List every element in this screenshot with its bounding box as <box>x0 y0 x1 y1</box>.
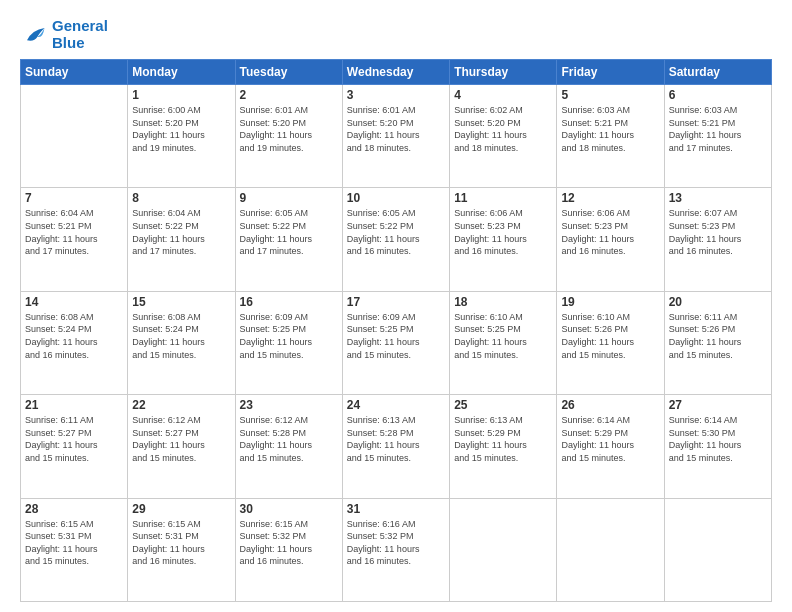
calendar-cell: 25Sunrise: 6:13 AM Sunset: 5:29 PM Dayli… <box>450 395 557 498</box>
calendar-cell: 21Sunrise: 6:11 AM Sunset: 5:27 PM Dayli… <box>21 395 128 498</box>
day-header-wednesday: Wednesday <box>342 60 449 85</box>
calendar-cell: 14Sunrise: 6:08 AM Sunset: 5:24 PM Dayli… <box>21 291 128 394</box>
day-number: 4 <box>454 88 552 102</box>
day-number: 5 <box>561 88 659 102</box>
day-header-monday: Monday <box>128 60 235 85</box>
day-number: 7 <box>25 191 123 205</box>
day-number: 17 <box>347 295 445 309</box>
day-info: Sunrise: 6:11 AM Sunset: 5:26 PM Dayligh… <box>669 311 767 361</box>
day-number: 8 <box>132 191 230 205</box>
day-number: 28 <box>25 502 123 516</box>
day-number: 9 <box>240 191 338 205</box>
day-number: 20 <box>669 295 767 309</box>
day-number: 12 <box>561 191 659 205</box>
calendar-cell: 24Sunrise: 6:13 AM Sunset: 5:28 PM Dayli… <box>342 395 449 498</box>
calendar-cell: 8Sunrise: 6:04 AM Sunset: 5:22 PM Daylig… <box>128 188 235 291</box>
day-info: Sunrise: 6:01 AM Sunset: 5:20 PM Dayligh… <box>240 104 338 154</box>
calendar-cell: 17Sunrise: 6:09 AM Sunset: 5:25 PM Dayli… <box>342 291 449 394</box>
day-number: 29 <box>132 502 230 516</box>
week-row-3: 14Sunrise: 6:08 AM Sunset: 5:24 PM Dayli… <box>21 291 772 394</box>
calendar-cell: 30Sunrise: 6:15 AM Sunset: 5:32 PM Dayli… <box>235 498 342 601</box>
logo-text-line2: Blue <box>52 35 108 52</box>
day-number: 2 <box>240 88 338 102</box>
day-number: 24 <box>347 398 445 412</box>
day-header-thursday: Thursday <box>450 60 557 85</box>
calendar-cell <box>664 498 771 601</box>
calendar-cell: 29Sunrise: 6:15 AM Sunset: 5:31 PM Dayli… <box>128 498 235 601</box>
week-row-1: 1Sunrise: 6:00 AM Sunset: 5:20 PM Daylig… <box>21 85 772 188</box>
day-number: 19 <box>561 295 659 309</box>
calendar-cell: 31Sunrise: 6:16 AM Sunset: 5:32 PM Dayli… <box>342 498 449 601</box>
day-info: Sunrise: 6:14 AM Sunset: 5:29 PM Dayligh… <box>561 414 659 464</box>
day-info: Sunrise: 6:04 AM Sunset: 5:22 PM Dayligh… <box>132 207 230 257</box>
calendar-cell: 9Sunrise: 6:05 AM Sunset: 5:22 PM Daylig… <box>235 188 342 291</box>
day-info: Sunrise: 6:15 AM Sunset: 5:31 PM Dayligh… <box>25 518 123 568</box>
week-row-5: 28Sunrise: 6:15 AM Sunset: 5:31 PM Dayli… <box>21 498 772 601</box>
day-number: 22 <box>132 398 230 412</box>
calendar-cell <box>450 498 557 601</box>
calendar-cell: 2Sunrise: 6:01 AM Sunset: 5:20 PM Daylig… <box>235 85 342 188</box>
day-info: Sunrise: 6:08 AM Sunset: 5:24 PM Dayligh… <box>132 311 230 361</box>
day-info: Sunrise: 6:12 AM Sunset: 5:27 PM Dayligh… <box>132 414 230 464</box>
day-header-sunday: Sunday <box>21 60 128 85</box>
day-number: 6 <box>669 88 767 102</box>
header-row: SundayMondayTuesdayWednesdayThursdayFrid… <box>21 60 772 85</box>
calendar-cell <box>21 85 128 188</box>
calendar-cell: 11Sunrise: 6:06 AM Sunset: 5:23 PM Dayli… <box>450 188 557 291</box>
day-info: Sunrise: 6:16 AM Sunset: 5:32 PM Dayligh… <box>347 518 445 568</box>
calendar-cell: 22Sunrise: 6:12 AM Sunset: 5:27 PM Dayli… <box>128 395 235 498</box>
calendar-table: SundayMondayTuesdayWednesdayThursdayFrid… <box>20 59 772 602</box>
day-info: Sunrise: 6:10 AM Sunset: 5:26 PM Dayligh… <box>561 311 659 361</box>
logo-text-line1: General <box>52 18 108 35</box>
calendar-cell: 1Sunrise: 6:00 AM Sunset: 5:20 PM Daylig… <box>128 85 235 188</box>
day-number: 14 <box>25 295 123 309</box>
day-number: 15 <box>132 295 230 309</box>
day-number: 27 <box>669 398 767 412</box>
header: General Blue <box>20 18 772 51</box>
day-info: Sunrise: 6:03 AM Sunset: 5:21 PM Dayligh… <box>561 104 659 154</box>
day-number: 10 <box>347 191 445 205</box>
day-number: 25 <box>454 398 552 412</box>
day-number: 18 <box>454 295 552 309</box>
calendar-cell: 18Sunrise: 6:10 AM Sunset: 5:25 PM Dayli… <box>450 291 557 394</box>
calendar-cell: 12Sunrise: 6:06 AM Sunset: 5:23 PM Dayli… <box>557 188 664 291</box>
page: General Blue SundayMondayTuesdayWednesda… <box>0 0 792 612</box>
day-number: 26 <box>561 398 659 412</box>
day-info: Sunrise: 6:02 AM Sunset: 5:20 PM Dayligh… <box>454 104 552 154</box>
day-info: Sunrise: 6:13 AM Sunset: 5:29 PM Dayligh… <box>454 414 552 464</box>
day-info: Sunrise: 6:14 AM Sunset: 5:30 PM Dayligh… <box>669 414 767 464</box>
day-info: Sunrise: 6:06 AM Sunset: 5:23 PM Dayligh… <box>561 207 659 257</box>
day-header-saturday: Saturday <box>664 60 771 85</box>
day-number: 1 <box>132 88 230 102</box>
day-number: 21 <box>25 398 123 412</box>
day-info: Sunrise: 6:11 AM Sunset: 5:27 PM Dayligh… <box>25 414 123 464</box>
day-number: 16 <box>240 295 338 309</box>
day-info: Sunrise: 6:04 AM Sunset: 5:21 PM Dayligh… <box>25 207 123 257</box>
logo-icon <box>20 21 48 49</box>
calendar-cell: 27Sunrise: 6:14 AM Sunset: 5:30 PM Dayli… <box>664 395 771 498</box>
day-info: Sunrise: 6:10 AM Sunset: 5:25 PM Dayligh… <box>454 311 552 361</box>
calendar-cell: 19Sunrise: 6:10 AM Sunset: 5:26 PM Dayli… <box>557 291 664 394</box>
calendar-cell: 20Sunrise: 6:11 AM Sunset: 5:26 PM Dayli… <box>664 291 771 394</box>
day-info: Sunrise: 6:01 AM Sunset: 5:20 PM Dayligh… <box>347 104 445 154</box>
week-row-4: 21Sunrise: 6:11 AM Sunset: 5:27 PM Dayli… <box>21 395 772 498</box>
day-info: Sunrise: 6:05 AM Sunset: 5:22 PM Dayligh… <box>347 207 445 257</box>
calendar-cell: 6Sunrise: 6:03 AM Sunset: 5:21 PM Daylig… <box>664 85 771 188</box>
day-info: Sunrise: 6:09 AM Sunset: 5:25 PM Dayligh… <box>347 311 445 361</box>
calendar-cell: 16Sunrise: 6:09 AM Sunset: 5:25 PM Dayli… <box>235 291 342 394</box>
calendar-cell: 10Sunrise: 6:05 AM Sunset: 5:22 PM Dayli… <box>342 188 449 291</box>
calendar-cell <box>557 498 664 601</box>
day-number: 31 <box>347 502 445 516</box>
calendar-cell: 13Sunrise: 6:07 AM Sunset: 5:23 PM Dayli… <box>664 188 771 291</box>
day-info: Sunrise: 6:12 AM Sunset: 5:28 PM Dayligh… <box>240 414 338 464</box>
calendar-cell: 7Sunrise: 6:04 AM Sunset: 5:21 PM Daylig… <box>21 188 128 291</box>
day-info: Sunrise: 6:09 AM Sunset: 5:25 PM Dayligh… <box>240 311 338 361</box>
day-info: Sunrise: 6:07 AM Sunset: 5:23 PM Dayligh… <box>669 207 767 257</box>
calendar-cell: 28Sunrise: 6:15 AM Sunset: 5:31 PM Dayli… <box>21 498 128 601</box>
day-number: 30 <box>240 502 338 516</box>
calendar-cell: 23Sunrise: 6:12 AM Sunset: 5:28 PM Dayli… <box>235 395 342 498</box>
day-info: Sunrise: 6:15 AM Sunset: 5:31 PM Dayligh… <box>132 518 230 568</box>
logo: General Blue <box>20 18 108 51</box>
week-row-2: 7Sunrise: 6:04 AM Sunset: 5:21 PM Daylig… <box>21 188 772 291</box>
day-info: Sunrise: 6:13 AM Sunset: 5:28 PM Dayligh… <box>347 414 445 464</box>
